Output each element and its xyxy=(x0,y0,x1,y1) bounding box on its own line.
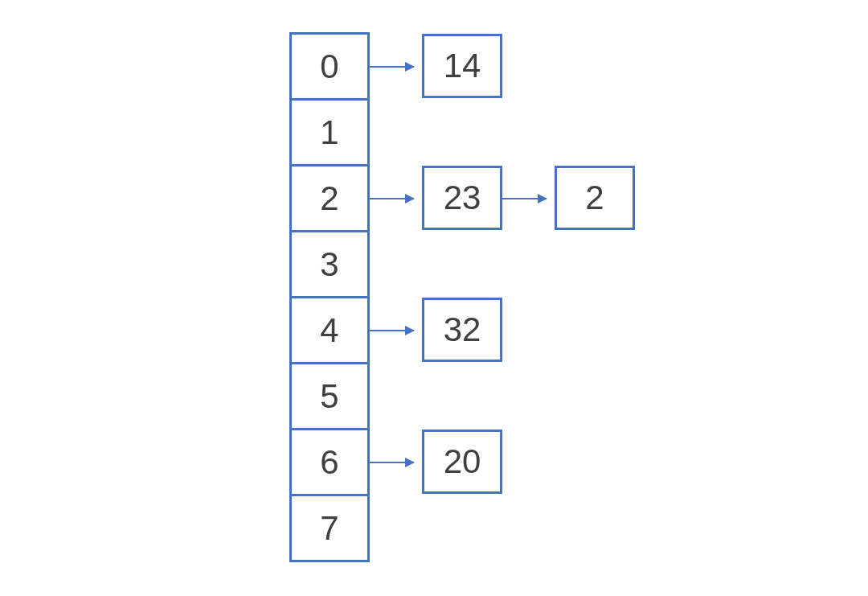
arrow-6-0 xyxy=(370,462,414,463)
index-cell-7: 7 xyxy=(289,494,370,562)
value-box-32: 32 xyxy=(422,298,502,362)
index-cell-0: 0 xyxy=(289,32,370,101)
index-cell-6: 6 xyxy=(289,428,370,496)
index-cell-1: 1 xyxy=(289,98,370,166)
index-cell-3: 3 xyxy=(289,230,370,298)
index-column: 0 1 2 3 4 5 6 7 xyxy=(289,32,370,562)
value-box-14: 14 xyxy=(422,34,502,98)
value-box-2: 2 xyxy=(555,166,635,230)
value-box-23: 23 xyxy=(422,166,502,230)
arrow-2-1 xyxy=(502,198,547,199)
index-cell-2: 2 xyxy=(289,164,370,232)
hash-table-diagram: 0 1 2 3 4 5 6 7 14 23 2 32 20 xyxy=(289,32,370,562)
arrow-0-0 xyxy=(370,66,414,68)
index-cell-4: 4 xyxy=(289,296,370,364)
index-cell-5: 5 xyxy=(289,362,370,430)
arrow-4-0 xyxy=(370,330,414,331)
value-box-20: 20 xyxy=(422,430,502,494)
arrow-2-0 xyxy=(370,198,414,199)
